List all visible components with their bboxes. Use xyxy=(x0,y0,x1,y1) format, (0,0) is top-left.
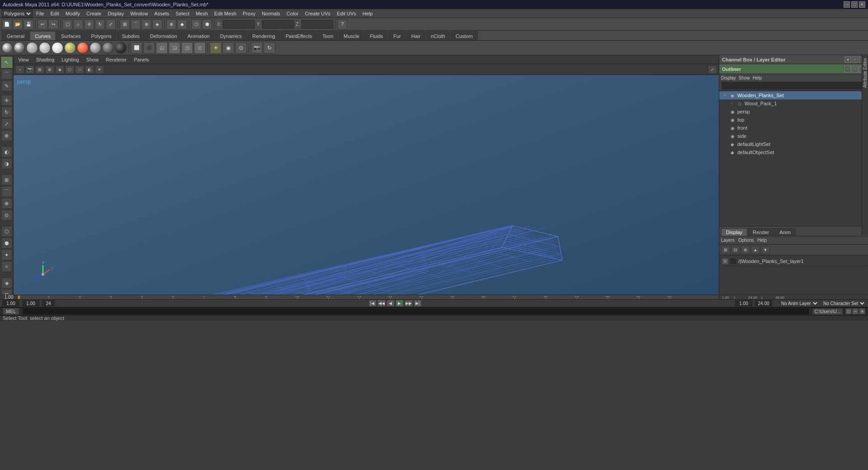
paint-effects[interactable]: ✦ xyxy=(1,249,12,260)
show-manip[interactable]: ◑ xyxy=(1,158,12,169)
char-set-selector[interactable]: No Character Set xyxy=(821,300,866,307)
play-fwd-btn[interactable]: ▶ xyxy=(396,300,404,307)
select-btn[interactable]: ▢ xyxy=(62,19,72,29)
rotate-tool[interactable]: ↻ xyxy=(1,107,12,118)
bottom-tab-display[interactable]: Display xyxy=(721,228,747,236)
go-end-btn[interactable]: ▶| xyxy=(414,300,422,307)
tab-muscle[interactable]: Muscle xyxy=(339,31,364,40)
menu-edit-uvs[interactable]: Edit UVs xyxy=(334,10,359,17)
quick-layout[interactable]: ⊟ xyxy=(1,289,12,295)
tree-item-0[interactable]: ▼◆Wooden_Planks_Set xyxy=(719,91,863,99)
render-view[interactable]: ⬡ xyxy=(1,226,12,237)
shelf-icon-sq2[interactable]: ⬛ xyxy=(143,42,155,54)
viewport-canvas[interactable]: .wire { stroke: #4a6acc; stroke-width: 0… xyxy=(14,75,719,295)
keyframe-btn[interactable]: ◆ xyxy=(177,19,187,29)
shelf-icon-3[interactable] xyxy=(26,42,38,54)
viewport-menu-shading[interactable]: Shading xyxy=(34,56,56,63)
menu-select[interactable]: Select xyxy=(173,10,192,17)
shelf-icon-light2[interactable]: ◉ xyxy=(222,42,234,54)
undo-btn[interactable]: ↩ xyxy=(38,19,47,29)
shelf-icon-7[interactable] xyxy=(77,42,89,54)
timeline[interactable]: 1.00 1 2 3 4 5 6 7 8 xyxy=(0,295,868,300)
shelf-icon-8[interactable] xyxy=(90,42,101,54)
layer-move-down[interactable]: ▼ xyxy=(761,246,770,254)
shelf-icon-9[interactable] xyxy=(102,42,114,54)
layer-template[interactable] xyxy=(730,258,736,264)
panel-btn-1[interactable]: ◂ xyxy=(844,56,851,63)
tree-item-5[interactable]: ◉side xyxy=(719,132,863,140)
layer-menu-layers[interactable]: Layers xyxy=(721,238,735,243)
lasso-tool[interactable]: ⌒ xyxy=(1,69,12,80)
attr-editor-tab[interactable]: Attribute Editor xyxy=(862,56,868,89)
viewport-menu-panels[interactable]: Panels xyxy=(132,56,151,63)
move-btn[interactable]: ✛ xyxy=(84,19,94,29)
tab-deformation[interactable]: Deformation xyxy=(145,31,182,40)
shelf-icon-sq4[interactable]: ◲ xyxy=(169,42,180,54)
snap-view-plane[interactable]: ⊙ xyxy=(1,210,12,221)
open-btn[interactable]: 📂 xyxy=(13,19,23,29)
vp-select-all[interactable]: ↔ xyxy=(15,66,24,74)
render-btn[interactable]: ⬡ xyxy=(191,19,201,29)
step-back-btn[interactable]: ◀◀ xyxy=(377,300,386,307)
redo-btn[interactable]: ↪ xyxy=(48,19,58,29)
maximize-button[interactable]: □ xyxy=(851,1,858,8)
scale-btn[interactable]: ⤢ xyxy=(106,19,116,29)
vp-snap[interactable]: ⊕ xyxy=(45,66,54,74)
question-btn[interactable]: ? xyxy=(337,19,347,29)
ipr-btn[interactable]: ⬢ xyxy=(202,19,212,29)
universal-manip[interactable]: ⊕ xyxy=(1,130,12,141)
vp-grid[interactable]: ⊞ xyxy=(35,66,44,74)
anim-range-end[interactable] xyxy=(755,300,773,307)
shelf-icon-sq3[interactable]: ◱ xyxy=(156,42,168,54)
go-start-btn[interactable]: |◀ xyxy=(368,300,377,307)
script-btn-2[interactable]: ─ xyxy=(852,308,859,315)
mel-label[interactable]: MEL xyxy=(3,308,19,315)
soft-select[interactable]: ◐ xyxy=(1,146,12,157)
lasso-btn[interactable]: ⌂ xyxy=(73,19,83,29)
z-input[interactable] xyxy=(302,20,333,28)
snap-curve[interactable]: ⌒ xyxy=(1,186,12,197)
layer-options[interactable]: ⊕ xyxy=(741,246,750,254)
tree-item-2[interactable]: ◉persp xyxy=(719,108,863,116)
outliner-menu-display[interactable]: Display xyxy=(721,75,736,80)
menu-proxy[interactable]: Proxy xyxy=(240,10,258,17)
scale-tool[interactable]: ⤢ xyxy=(1,118,12,129)
menu-create[interactable]: Create xyxy=(84,10,104,17)
snap-point[interactable]: ⊕ xyxy=(1,198,12,209)
tab-subdivs[interactable]: Subdivs xyxy=(117,31,145,40)
viewport-menu-renderer[interactable]: Renderer xyxy=(104,56,128,63)
move-tool[interactable]: ✛ xyxy=(1,95,12,106)
menu-normals[interactable]: Normals xyxy=(259,10,283,17)
tab-rendering[interactable]: Rendering xyxy=(247,31,280,40)
menu-file[interactable]: File xyxy=(33,10,47,17)
range-end-input[interactable] xyxy=(42,300,55,307)
tree-item-3[interactable]: ◉top xyxy=(719,116,863,124)
tab-fur[interactable]: Fur xyxy=(388,31,406,40)
shelf-icon-1[interactable] xyxy=(2,42,13,53)
shelf-icon-light1[interactable]: ☀ xyxy=(210,42,222,54)
tab-animation[interactable]: Animation xyxy=(183,31,215,40)
vp-wireframe[interactable]: □ xyxy=(75,66,84,74)
quick-select[interactable]: ◈ xyxy=(1,277,12,288)
rotate-btn[interactable]: ↻ xyxy=(95,19,105,29)
viewport-menu-view[interactable]: View xyxy=(16,56,31,63)
outliner-menu-show[interactable]: Show xyxy=(739,75,750,80)
anim-layer-selector[interactable]: No Anim Layer xyxy=(779,300,819,307)
bottom-tab-render[interactable]: Render xyxy=(748,228,774,236)
paint-tool[interactable]: ✎ xyxy=(1,80,12,91)
snap-point-btn[interactable]: ⊕ xyxy=(142,19,151,29)
menu-window[interactable]: Window xyxy=(127,10,151,17)
tree-item-7[interactable]: ◆defaultObjectSet xyxy=(719,148,863,156)
y-input[interactable] xyxy=(262,20,294,28)
bottom-tab-anim[interactable]: Anim xyxy=(774,228,796,236)
vp-shading-mode[interactable]: ⬡ xyxy=(65,66,74,74)
shelf-icon-sq6[interactable]: ◴ xyxy=(194,42,206,54)
save-btn[interactable]: 💾 xyxy=(24,19,33,29)
script-btn-1[interactable]: □ xyxy=(845,308,852,315)
menu-edit[interactable]: Edit xyxy=(48,10,62,17)
vp-maximize[interactable]: ⤢ xyxy=(708,66,717,74)
tab-general[interactable]: General xyxy=(2,31,29,40)
shelf-icon-spin[interactable]: ↻ xyxy=(264,42,275,54)
layer-delete[interactable]: ⊟ xyxy=(731,246,740,254)
outliner-min[interactable]: ─ xyxy=(844,66,851,72)
